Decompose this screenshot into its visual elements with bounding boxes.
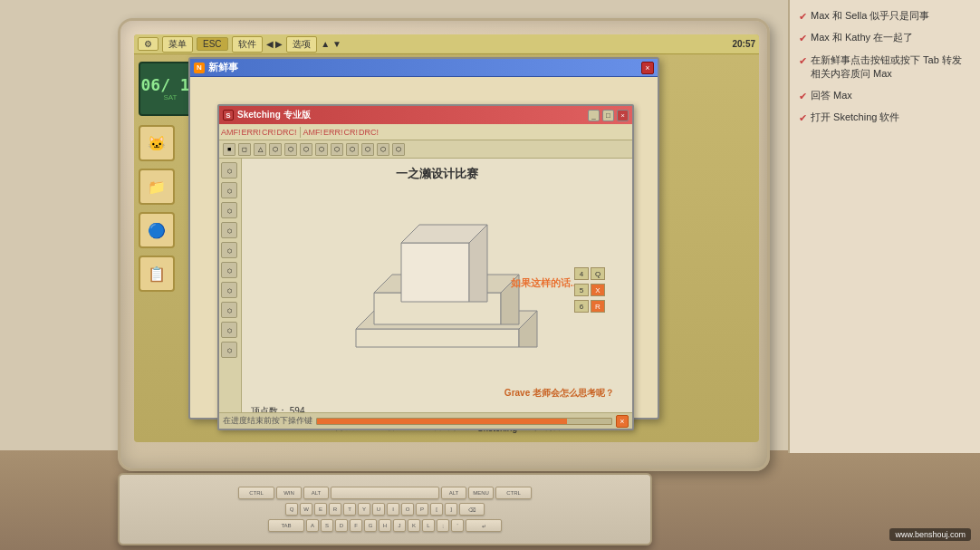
sketching-titlebar: S Sketching 专业版 _ □ × [219,106,632,124]
icon-toolbar: ■ ◻ △ ⬡ ⬡ ⬡ ⬡ ⬡ ⬡ ⬡ ⬡ ⬡ [219,140,632,159]
key-g[interactable]: G [364,519,377,532]
num-R: R [591,300,605,313]
checklist-item-1: ✔ Max 和 Sella 似乎只是同事 [799,9,971,24]
tool-7[interactable]: ⬡ [315,143,328,156]
key-s[interactable]: S [321,519,333,532]
svg-marker-0 [356,329,519,347]
key-u[interactable]: U [372,503,385,516]
day-display: SAT [164,93,178,101]
sidebar-btn-3[interactable]: ⬡ [221,202,237,218]
maximize-button[interactable]: □ [602,110,614,121]
tool-5[interactable]: ⬡ [284,143,297,156]
sidebar-btn-6[interactable]: ⬡ [221,262,237,278]
key-k[interactable]: K [408,519,420,532]
check-icon-4: ✔ [799,90,807,103]
checklist-text-5: 打开 Sketching 软件 [811,111,899,124]
desktop-icon-3[interactable]: 🔵 [139,212,175,248]
key-y[interactable]: Y [358,503,370,516]
toolbar-separator [300,127,301,138]
key-f[interactable]: F [350,519,362,532]
desktop-icon-2[interactable]: 📁 [139,169,175,205]
desktop-icon-4[interactable]: 📋 [139,256,175,292]
key-o[interactable]: O [401,503,414,516]
progress-fill [317,419,567,424]
keyboard-row-1: CTRL WIN ALT ALT MENU CTRL [238,487,532,499]
sketching-title: S Sketching 专业版 [223,109,585,121]
key-w[interactable]: W [300,503,312,516]
minimize-button[interactable]: _ [588,110,600,121]
sidebar-btn-10[interactable]: ⬡ [221,342,237,358]
keyboard-row-3: TAB A S D F G H J K L ; ' ↵ [268,519,502,532]
key-menu[interactable]: MENU [468,487,494,499]
news-window: N 新鲜事 × S Sketching 专业版 _ [188,57,659,420]
num-X: X [591,284,605,296]
options-button[interactable]: 选项 [286,36,317,53]
news-close-button[interactable]: × [641,62,654,74]
key-backspace[interactable]: ⌫ [459,503,485,516]
key-enter[interactable]: ↵ [466,519,502,532]
sidebar-btn-4[interactable]: ⬡ [221,222,237,238]
key-quote[interactable]: ' [451,519,464,532]
gear-icon[interactable]: ⚙ [138,37,159,51]
tool-2[interactable]: ◻ [238,143,251,156]
key-p[interactable]: P [416,503,428,516]
key-bracket-l[interactable]: [ [430,503,443,516]
key-j[interactable]: J [393,519,406,532]
left-sidebar: ⬡ ⬡ ⬡ ⬡ ⬡ ⬡ ⬡ ⬡ ⬡ ⬡ [219,159,242,427]
key-l[interactable]: L [422,519,435,532]
esc-button[interactable]: ESC [197,37,228,51]
sketching-window: S Sketching 专业版 _ □ × AMF! ERR! CR! [217,104,634,430]
key-tab[interactable]: TAB [268,519,304,532]
key-h[interactable]: H [379,519,391,532]
sidebar-btn-1[interactable]: ⬡ [221,162,237,179]
key-ctrl-right[interactable]: CTRL [495,487,532,499]
sidebar-btn-2[interactable]: ⬡ [221,182,237,198]
key-bracket-r[interactable]: ] [445,503,457,516]
tool-11[interactable]: ⬡ [377,143,389,156]
num-row-3: 6 R [574,300,605,313]
num-row-1: 4 Q [574,267,605,280]
key-q[interactable]: Q [285,503,298,516]
sketching-main-area: ⬡ ⬡ ⬡ ⬡ ⬡ ⬡ ⬡ ⬡ ⬡ ⬡ [219,159,632,427]
tool-1[interactable]: ■ [223,143,235,156]
key-ctrl-left[interactable]: CTRL [238,487,274,499]
bottom-question-text: Grave 老师会怎么思考呢？ [504,387,614,400]
key-t[interactable]: T [343,503,356,516]
menu-button[interactable]: 菜单 [162,36,193,53]
tool-10[interactable]: ⬡ [361,143,374,156]
key-d[interactable]: D [335,519,348,532]
key-a[interactable]: A [306,519,319,532]
sidebar-btn-7[interactable]: ⬡ [221,282,237,298]
sketching-title-icon: S [223,110,234,121]
canvas-title: 一之濑设计比赛 [242,159,632,186]
sidebar-btn-8[interactable]: ⬡ [221,302,237,318]
key-alt-right[interactable]: ALT [441,487,466,499]
desktop-icon-1[interactable]: 🐱 [139,125,175,161]
tool-6[interactable]: ⬡ [300,143,312,156]
tool-8[interactable]: ⬡ [331,143,343,156]
desktop: ⚙ 菜单 ESC 软件 ◀ ▶ 选项 ▲ ▼ 20:57 06/ 18 SAT … [134,34,759,442]
sidebar-btn-5[interactable]: ⬡ [221,242,237,258]
sidebar-btn-9[interactable]: ⬡ [221,322,237,338]
checklist-text-1: Max 和 Sella 似乎只是同事 [811,9,929,23]
tool-4[interactable]: ⬡ [269,143,282,156]
key-semicolon[interactable]: ; [437,519,449,532]
software-button[interactable]: 软件 [232,36,263,53]
key-space[interactable] [331,487,439,499]
checklist-item-4: ✔ 回答 Max [799,89,971,103]
checklist-panel: ✔ Max 和 Sella 似乎只是同事 ✔ Max 和 Kathy 在一起了 … [788,0,980,453]
sketching-close-button[interactable]: × [617,110,629,121]
check-icon-1: ✔ [799,10,807,24]
key-e[interactable]: E [314,503,327,516]
monitor-screen: ⚙ 菜单 ESC 软件 ◀ ▶ 选项 ▲ ▼ 20:57 06/ 18 SAT … [134,34,759,442]
keyboard: CTRL WIN ALT ALT MENU CTRL Q W E R T Y U… [118,473,652,545]
key-r[interactable]: R [329,503,341,516]
progress-close-button[interactable]: × [616,415,629,428]
checklist-text-2: Max 和 Kathy 在一起了 [811,31,913,44]
key-i[interactable]: I [387,503,399,516]
tool-3[interactable]: △ [254,143,266,156]
tool-9[interactable]: ⬡ [346,143,359,156]
tool-12[interactable]: ⬡ [392,143,405,156]
key-win[interactable]: WIN [276,487,302,499]
key-alt-left[interactable]: ALT [303,487,329,499]
